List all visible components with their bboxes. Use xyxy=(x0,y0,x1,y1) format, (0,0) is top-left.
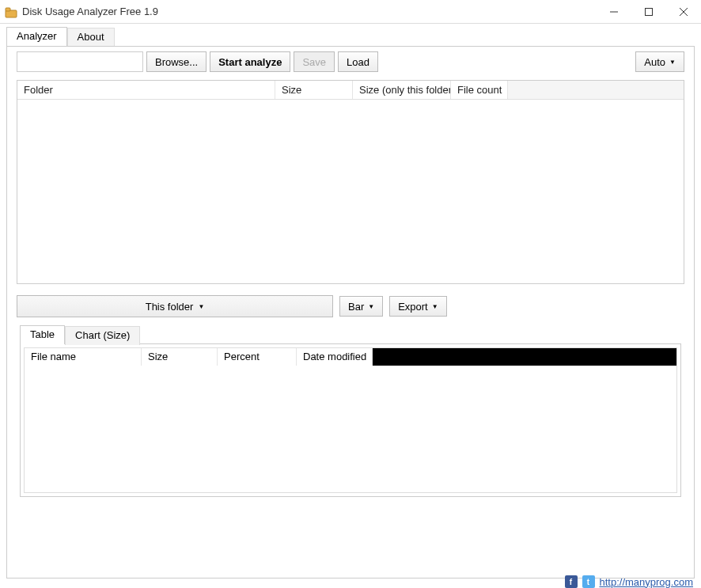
tab-analyzer[interactable]: Analyzer xyxy=(6,27,67,46)
chevron-down-icon: ▼ xyxy=(432,303,438,310)
auto-label: Auto xyxy=(644,56,665,68)
footer: f t http://manyprog.com xyxy=(565,572,694,588)
close-button[interactable] xyxy=(666,0,701,23)
col-file-size[interactable]: Size xyxy=(142,348,218,366)
mid-toolbar: This folder▼ Bar▼ Export▼ xyxy=(7,287,694,321)
app-icon xyxy=(5,6,17,18)
facebook-icon[interactable]: f xyxy=(565,575,578,588)
bar-label: Bar xyxy=(348,301,364,313)
svg-rect-3 xyxy=(646,8,653,15)
col-folder[interactable]: Folder xyxy=(17,81,275,99)
save-button: Save xyxy=(294,51,335,72)
window-title: Disk Usage Analyzer Free 1.9 xyxy=(22,6,597,17)
export-dropdown[interactable]: Export▼ xyxy=(389,296,447,317)
maximize-button[interactable] xyxy=(631,0,666,23)
col-percent[interactable]: Percent xyxy=(218,348,297,366)
this-folder-label: This folder xyxy=(146,301,194,313)
homepage-link[interactable]: http://manyprog.com xyxy=(600,576,694,588)
file-table[interactable]: File name Size Percent Date modified xyxy=(24,347,677,493)
col-size[interactable]: Size xyxy=(275,81,353,99)
export-label: Export xyxy=(398,301,428,313)
tab-chart-size[interactable]: Chart (Size) xyxy=(65,326,140,345)
main-tabstrip: Analyzer About xyxy=(0,27,701,46)
folder-listview[interactable]: Folder Size Size (only this folder) File… xyxy=(17,80,684,284)
col-file-name[interactable]: File name xyxy=(25,348,142,366)
auto-dropdown[interactable]: Auto▼ xyxy=(635,51,684,72)
this-folder-dropdown[interactable]: This folder▼ xyxy=(17,295,333,317)
col-date-modified[interactable]: Date modified xyxy=(297,348,373,366)
chevron-down-icon: ▼ xyxy=(669,59,676,66)
chevron-down-icon: ▼ xyxy=(368,303,374,310)
folder-list-body[interactable] xyxy=(17,100,684,283)
title-bar: Disk Usage Analyzer Free 1.9 xyxy=(0,0,701,24)
bar-dropdown[interactable]: Bar▼ xyxy=(339,296,383,317)
path-input[interactable] xyxy=(17,51,143,72)
browse-button[interactable]: Browse... xyxy=(146,51,207,72)
col-spacer xyxy=(508,81,684,99)
start-analyze-button[interactable]: Start analyze xyxy=(210,51,290,72)
detail-tabstrip: Table Chart (Size) xyxy=(7,325,694,344)
col-graph-area xyxy=(373,348,676,366)
tab-about[interactable]: About xyxy=(67,28,115,47)
top-toolbar: Browse... Start analyze Save Load Auto▼ xyxy=(7,47,694,77)
col-size-only[interactable]: Size (only this folder) xyxy=(353,81,451,99)
svg-rect-1 xyxy=(6,8,10,11)
folder-list-header: Folder Size Size (only this folder) File… xyxy=(17,81,684,100)
twitter-icon[interactable]: t xyxy=(582,575,595,588)
minimize-button[interactable] xyxy=(597,0,631,23)
col-file-count[interactable]: File count xyxy=(451,81,508,99)
file-table-body[interactable] xyxy=(25,366,676,492)
tab-table[interactable]: Table xyxy=(20,325,65,344)
chevron-down-icon: ▼ xyxy=(198,303,204,310)
load-button[interactable]: Load xyxy=(338,51,378,72)
file-table-header: File name Size Percent Date modified xyxy=(25,348,676,366)
